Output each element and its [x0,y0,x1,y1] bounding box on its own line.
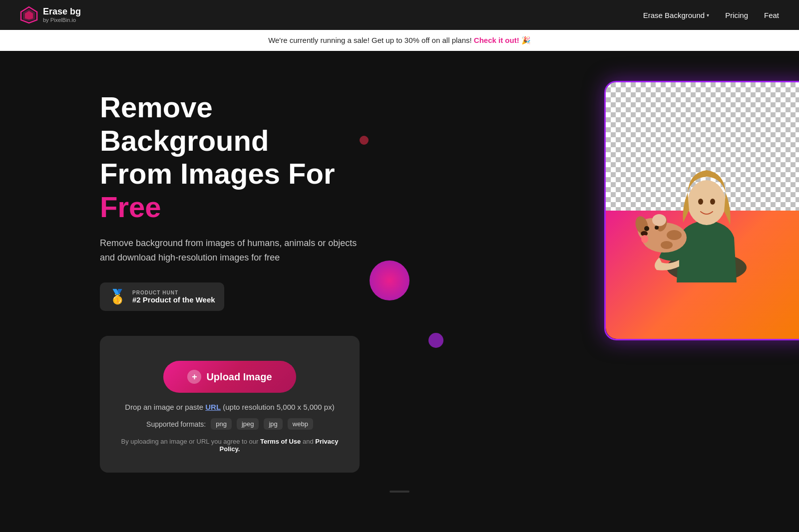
tos-before: By uploading an image or URL you agree t… [121,438,260,445]
party-emoji: 🎉 [521,36,531,44]
tos-and: and [301,438,315,445]
hero-section: Remove Background From Images For Free R… [100,91,390,473]
format-jpg: jpg [264,418,282,430]
formats-label: Supported formats: [146,420,206,428]
product-hunt-badge: 🥇 PRODUCT HUNT #2 Product of the Week [100,282,224,311]
decorative-circle-purple [428,333,443,348]
nav-links: Erase Background ▾ Pricing Feat [643,11,779,19]
preview-card [604,81,799,340]
svg-point-18 [652,214,666,226]
format-jpeg: jpeg [237,418,259,430]
product-hunt-medal: 🥇 [109,288,126,305]
drop-instructions: Drop an image or paste URL (upto resolut… [120,403,340,411]
navbar: Erase bg by PixelBin.io Erase Background… [0,0,799,30]
hero-title-line1: Remove Background [100,91,269,157]
announcement-bar: We're currently running a sale! Get up t… [0,30,799,51]
scroll-hint [390,491,409,493]
hero-title-free: Free [100,191,161,223]
svg-point-5 [688,180,726,225]
hero-title-line2-plain: From Images For [100,157,335,190]
svg-point-15 [641,235,648,243]
sale-link[interactable]: Check it out! 🎉 [474,36,531,44]
nav-pricing[interactable]: Pricing [725,11,748,19]
logo-sub-label: by PixelBin.io [43,17,81,23]
svg-point-6 [698,199,703,205]
svg-point-7 [710,199,715,205]
svg-point-13 [655,226,659,230]
main-content: Remove Background From Images For Free R… [0,51,799,503]
svg-point-16 [667,230,682,240]
logo-brand-name: Erase bg [43,7,81,17]
person-dog-svg [629,138,789,287]
drop-text-after: (upto resolution 5,000 x 5,000 px) [221,403,335,411]
svg-point-12 [644,226,649,231]
format-png: png [211,418,232,430]
url-link[interactable]: URL [205,403,221,411]
scroll-hint-bar [390,491,409,493]
preview-area [604,81,799,340]
upload-plus-icon: + [187,370,201,384]
nav-erase-background[interactable]: Erase Background ▾ [643,11,709,19]
nav-features-partial[interactable]: Feat [764,11,779,19]
product-hunt-label: PRODUCT HUNT [132,290,215,295]
chevron-down-icon: ▾ [707,12,709,18]
upload-card: + Upload Image Drop an image or paste UR… [100,336,360,473]
tos-text: By uploading an image or URL you agree t… [120,438,340,453]
hero-subtitle: Remove background from images of humans,… [100,236,360,265]
product-hunt-title: #2 Product of the Week [132,295,215,304]
formats-row: Supported formats: png jpeg jpg webp [120,418,340,430]
logo-area[interactable]: Erase bg by PixelBin.io [20,6,81,24]
terms-of-use-link[interactable]: Terms of Use [260,438,301,445]
logo-icon [20,6,38,24]
upload-button-label: Upload Image [206,371,272,383]
format-webp: webp [288,418,313,430]
svg-point-17 [661,241,673,249]
hero-title: Remove Background From Images For Free [100,91,390,224]
announcement-text: We're currently running a sale! Get up t… [268,36,474,44]
upload-image-button[interactable]: + Upload Image [163,361,296,393]
drop-text-before: Drop an image or paste [125,403,205,411]
preview-person-image [629,138,789,287]
